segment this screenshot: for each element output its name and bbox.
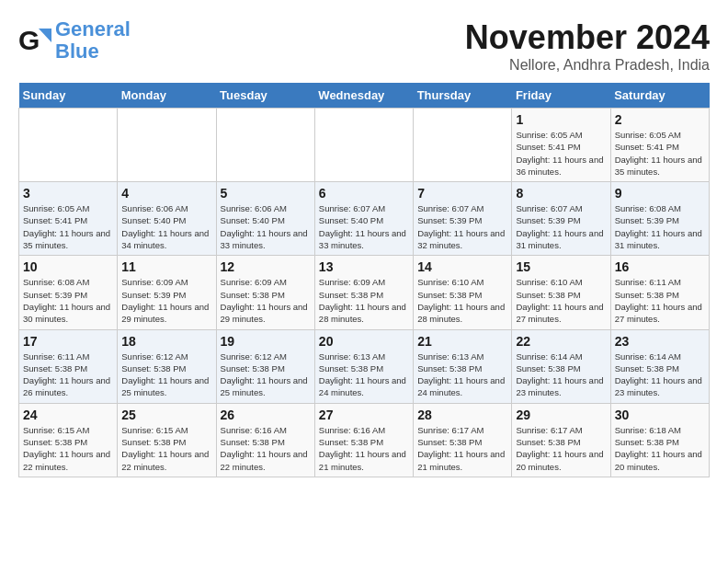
day-number: 26 — [221, 408, 311, 422]
day-info: Sunrise: 6:16 AM Sunset: 5:38 PM Dayligh… — [319, 424, 409, 473]
day-number: 18 — [121, 334, 211, 349]
day-number: 29 — [516, 408, 606, 422]
day-info: Sunrise: 6:06 AM Sunset: 5:40 PM Dayligh… — [121, 202, 211, 251]
calendar-week-1: 1Sunrise: 6:05 AM Sunset: 5:41 PM Daylig… — [19, 109, 710, 182]
location-title: Nellore, Andhra Pradesh, India — [465, 57, 710, 74]
calendar-week-3: 10Sunrise: 6:08 AM Sunset: 5:39 PM Dayli… — [19, 256, 710, 329]
calendar-cell: 5Sunrise: 6:06 AM Sunset: 5:40 PM Daylig… — [216, 182, 314, 256]
day-number: 27 — [319, 408, 409, 422]
day-number: 13 — [319, 259, 409, 274]
header-friday: Friday — [512, 83, 610, 109]
calendar-cell: 19Sunrise: 6:12 AM Sunset: 5:38 PM Dayli… — [216, 329, 314, 403]
day-number: 20 — [319, 334, 409, 349]
calendar-week-4: 17Sunrise: 6:11 AM Sunset: 5:38 PM Dayli… — [19, 329, 710, 403]
day-number: 10 — [23, 259, 113, 274]
header-sunday: Sunday — [19, 83, 118, 109]
calendar-cell: 7Sunrise: 6:07 AM Sunset: 5:39 PM Daylig… — [414, 182, 512, 256]
day-info: Sunrise: 6:05 AM Sunset: 5:41 PM Dayligh… — [615, 129, 705, 178]
day-info: Sunrise: 6:09 AM Sunset: 5:39 PM Dayligh… — [121, 276, 211, 325]
month-title: November 2024 — [465, 18, 710, 57]
day-number: 11 — [121, 259, 211, 274]
title-area: November 2024 Nellore, Andhra Pradesh, I… — [465, 18, 710, 74]
day-info: Sunrise: 6:16 AM Sunset: 5:38 PM Dayligh… — [221, 424, 311, 473]
logo-blue: Blue — [55, 40, 99, 63]
day-info: Sunrise: 6:09 AM Sunset: 5:38 PM Dayligh… — [221, 276, 311, 325]
day-number: 22 — [516, 334, 606, 349]
calendar-cell — [216, 109, 314, 182]
calendar-body: 1Sunrise: 6:05 AM Sunset: 5:41 PM Daylig… — [19, 109, 710, 477]
calendar-cell: 14Sunrise: 6:10 AM Sunset: 5:38 PM Dayli… — [414, 256, 512, 329]
logo-general: General — [55, 17, 131, 40]
calendar-cell: 25Sunrise: 6:15 AM Sunset: 5:38 PM Dayli… — [118, 403, 216, 477]
calendar-cell — [118, 109, 216, 182]
day-info: Sunrise: 6:07 AM Sunset: 5:40 PM Dayligh… — [319, 202, 409, 251]
calendar-cell: 18Sunrise: 6:12 AM Sunset: 5:38 PM Dayli… — [118, 329, 216, 403]
calendar-cell: 20Sunrise: 6:13 AM Sunset: 5:38 PM Dayli… — [314, 329, 413, 403]
day-info: Sunrise: 6:07 AM Sunset: 5:39 PM Dayligh… — [516, 202, 606, 251]
calendar-week-5: 24Sunrise: 6:15 AM Sunset: 5:38 PM Dayli… — [19, 403, 710, 477]
calendar-cell: 29Sunrise: 6:17 AM Sunset: 5:38 PM Dayli… — [512, 403, 610, 477]
day-info: Sunrise: 6:05 AM Sunset: 5:41 PM Dayligh… — [516, 129, 606, 178]
day-number: 21 — [417, 334, 507, 349]
day-info: Sunrise: 6:17 AM Sunset: 5:38 PM Dayligh… — [516, 424, 606, 473]
logo: G General Blue — [18, 18, 131, 63]
day-info: Sunrise: 6:17 AM Sunset: 5:38 PM Dayligh… — [417, 424, 507, 473]
day-info: Sunrise: 6:08 AM Sunset: 5:39 PM Dayligh… — [23, 276, 113, 325]
calendar-cell: 17Sunrise: 6:11 AM Sunset: 5:38 PM Dayli… — [19, 329, 118, 403]
calendar-cell: 2Sunrise: 6:05 AM Sunset: 5:41 PM Daylig… — [610, 109, 709, 182]
day-info: Sunrise: 6:13 AM Sunset: 5:38 PM Dayligh… — [417, 350, 507, 399]
day-number: 19 — [221, 334, 311, 349]
day-number: 6 — [319, 186, 409, 201]
day-info: Sunrise: 6:11 AM Sunset: 5:38 PM Dayligh… — [615, 276, 705, 325]
day-info: Sunrise: 6:10 AM Sunset: 5:38 PM Dayligh… — [417, 276, 507, 325]
day-number: 17 — [23, 334, 113, 349]
header-thursday: Thursday — [414, 83, 512, 109]
calendar-header-row: Sunday Monday Tuesday Wednesday Thursday… — [19, 83, 710, 109]
day-number: 5 — [221, 186, 311, 201]
svg-text:G: G — [18, 25, 40, 55]
day-info: Sunrise: 6:14 AM Sunset: 5:38 PM Dayligh… — [615, 350, 705, 399]
day-number: 8 — [516, 186, 606, 201]
calendar-cell: 15Sunrise: 6:10 AM Sunset: 5:38 PM Dayli… — [512, 256, 610, 329]
day-number: 23 — [615, 334, 705, 349]
day-number: 2 — [615, 112, 705, 127]
day-info: Sunrise: 6:07 AM Sunset: 5:39 PM Dayligh… — [417, 202, 507, 251]
calendar-cell: 16Sunrise: 6:11 AM Sunset: 5:38 PM Dayli… — [610, 256, 709, 329]
day-number: 9 — [615, 186, 705, 201]
day-number: 14 — [417, 259, 507, 274]
day-number: 25 — [121, 408, 211, 422]
day-number: 3 — [23, 186, 113, 201]
calendar-table: Sunday Monday Tuesday Wednesday Thursday… — [18, 83, 710, 477]
calendar-cell: 24Sunrise: 6:15 AM Sunset: 5:38 PM Dayli… — [19, 403, 118, 477]
calendar-cell: 10Sunrise: 6:08 AM Sunset: 5:39 PM Dayli… — [19, 256, 118, 329]
day-info: Sunrise: 6:13 AM Sunset: 5:38 PM Dayligh… — [319, 350, 409, 399]
calendar-cell: 22Sunrise: 6:14 AM Sunset: 5:38 PM Dayli… — [512, 329, 610, 403]
calendar-cell — [19, 109, 118, 182]
day-info: Sunrise: 6:15 AM Sunset: 5:38 PM Dayligh… — [23, 424, 113, 473]
header-tuesday: Tuesday — [216, 83, 314, 109]
calendar-cell — [314, 109, 413, 182]
svg-marker-1 — [39, 29, 51, 42]
calendar-cell: 12Sunrise: 6:09 AM Sunset: 5:38 PM Dayli… — [216, 256, 314, 329]
calendar-cell: 23Sunrise: 6:14 AM Sunset: 5:38 PM Dayli… — [610, 329, 709, 403]
day-info: Sunrise: 6:12 AM Sunset: 5:38 PM Dayligh… — [121, 350, 211, 399]
day-number: 4 — [121, 186, 211, 201]
header-wednesday: Wednesday — [314, 83, 413, 109]
day-number: 15 — [516, 259, 606, 274]
logo-text: General Blue — [55, 18, 131, 63]
day-number: 16 — [615, 259, 705, 274]
header: G General Blue November 2024 Nellore, An… — [18, 18, 710, 74]
logo-icon: G — [18, 24, 51, 57]
calendar-cell: 3Sunrise: 6:05 AM Sunset: 5:41 PM Daylig… — [19, 182, 118, 256]
calendar-cell: 28Sunrise: 6:17 AM Sunset: 5:38 PM Dayli… — [414, 403, 512, 477]
calendar-cell: 21Sunrise: 6:13 AM Sunset: 5:38 PM Dayli… — [414, 329, 512, 403]
header-saturday: Saturday — [610, 83, 709, 109]
day-info: Sunrise: 6:12 AM Sunset: 5:38 PM Dayligh… — [221, 350, 311, 399]
calendar-cell: 27Sunrise: 6:16 AM Sunset: 5:38 PM Dayli… — [314, 403, 413, 477]
calendar-cell: 8Sunrise: 6:07 AM Sunset: 5:39 PM Daylig… — [512, 182, 610, 256]
day-number: 1 — [516, 112, 606, 127]
day-info: Sunrise: 6:06 AM Sunset: 5:40 PM Dayligh… — [221, 202, 311, 251]
calendar-cell: 6Sunrise: 6:07 AM Sunset: 5:40 PM Daylig… — [314, 182, 413, 256]
day-info: Sunrise: 6:14 AM Sunset: 5:38 PM Dayligh… — [516, 350, 606, 399]
calendar-week-2: 3Sunrise: 6:05 AM Sunset: 5:41 PM Daylig… — [19, 182, 710, 256]
